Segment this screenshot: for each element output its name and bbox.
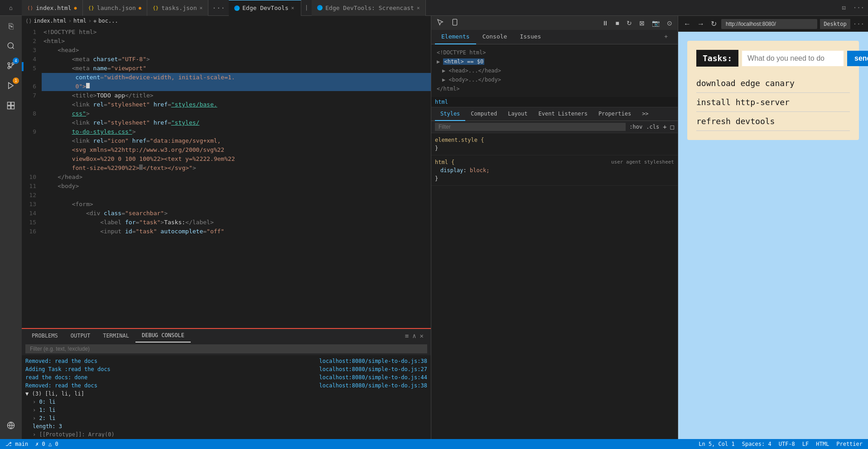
dom-head[interactable]: ▶ <head>...</head> (435, 66, 674, 75)
code-line-2: <html> (42, 37, 431, 46)
tab-terminal[interactable]: TERMINAL (96, 329, 135, 343)
code-lines[interactable]: <!DOCTYPE html> <html> <head> <meta char… (42, 26, 431, 328)
cursor-position[interactable]: Ln 5, Col 1 (699, 441, 734, 447)
nav-reload-btn[interactable]: ↻ (709, 19, 719, 29)
split-editor-icon[interactable]: ⊡ (838, 4, 849, 11)
collapse-icon[interactable]: ∧ (412, 332, 416, 339)
reload-btn[interactable]: ↻ (625, 19, 634, 28)
close-panel-icon[interactable]: ✕ (420, 332, 424, 339)
console-right: localhost:8080/simple-to-do.js:38 localh… (282, 357, 427, 437)
breadcrumb-part-3: boc... (98, 18, 118, 24)
tab-screencast[interactable]: Edge DevTools: Screencast ✕ (312, 0, 425, 16)
tab-close-icon[interactable]: ✕ (291, 5, 294, 11)
line-ending[interactable]: LF (802, 441, 809, 447)
code-line-11: <body> (42, 182, 431, 191)
formatter[interactable]: Prettier (836, 441, 863, 447)
stop-btn[interactable]: ■ (614, 19, 621, 28)
screencast-nav: ← → ↻ Desktop ··· (678, 16, 868, 32)
activity-icon-extensions[interactable] (5, 99, 17, 112)
properties-tab[interactable]: Properties (593, 107, 637, 121)
svg-rect-9 (11, 106, 14, 109)
tab-tasks-json[interactable]: {} tasks.json ✕ (147, 0, 208, 16)
more-nav-btn[interactable]: ··· (853, 20, 864, 28)
activity-icon-browser[interactable] (5, 419, 17, 432)
code-line-7b: css"> (42, 109, 431, 118)
devtools-toolbar: ⏸ ■ ↻ ⊠ 📷 ⊙ (431, 16, 678, 30)
layout-tab[interactable]: Layout (502, 107, 533, 121)
status-bar-right: Ln 5, Col 1 Spaces: 4 UTF-8 LF HTML Pret… (699, 441, 863, 447)
cast-btn[interactable]: ⊙ (665, 19, 674, 28)
element-style-rule: element.style { } (431, 133, 678, 155)
tab-edge-devtools[interactable]: Edge DevTools ✕ (229, 0, 301, 16)
breadcrumb-file-icon: ⟨⟩ (25, 18, 32, 24)
elements-tab[interactable]: Elements (435, 30, 476, 44)
encoding[interactable]: UTF-8 (779, 441, 795, 447)
json-file-icon: {} (153, 5, 159, 11)
run-debug-badge: 1 (13, 77, 19, 84)
add-rule-btn[interactable]: + (663, 123, 666, 130)
styles-tab[interactable]: Styles (435, 107, 465, 121)
errors-warnings[interactable]: ✗ 0 △ 0 (35, 441, 58, 447)
tab-output[interactable]: OUTPUT (64, 329, 96, 343)
hov-button[interactable]: :hov (629, 124, 642, 130)
console-tab[interactable]: Console (476, 30, 514, 44)
tab-bar: ⌂ ⟨⟩ index.html ● {} launch.json ● {} ta… (0, 0, 868, 16)
tab-debug-console[interactable]: DEBUG CONSOLE (135, 329, 191, 343)
more-styles-tabs[interactable]: >> (637, 107, 654, 121)
html-breadcrumb: html (431, 97, 678, 107)
code-editor[interactable]: 1 2 3 4 5 6 7 8 9 10 (22, 26, 431, 328)
activity-icon-explorer[interactable]: ⎘ (5, 19, 17, 32)
git-branch[interactable]: ⎇ main (5, 441, 28, 447)
list-view-icon[interactable]: ≡ (405, 332, 409, 339)
issues-tab[interactable]: Issues (513, 30, 547, 44)
svg-point-2 (8, 63, 10, 65)
device-selector[interactable]: Desktop (820, 19, 850, 29)
dom-body[interactable]: ▶ <body>...</body> (435, 75, 674, 84)
tab-close-icon[interactable]: ✕ (199, 5, 203, 11)
todo-task-input[interactable] (742, 51, 844, 66)
breadcrumb-part-2: html (73, 18, 87, 24)
code-line-12 (42, 191, 431, 200)
tab-problems[interactable]: PROBLEMS (25, 329, 64, 343)
pause-btn[interactable]: ⏸ (600, 19, 610, 28)
styles-filter-input[interactable] (435, 123, 626, 131)
breadcrumb: ⟨⟩ index.html › html › ◈ boc... (22, 16, 431, 26)
tab-more-button[interactable]: ··· (208, 4, 229, 12)
cls-button[interactable]: .cls (646, 124, 659, 130)
screenshot-btn[interactable]: 📷 (650, 19, 661, 28)
console-line-7: › 1: li (25, 406, 282, 414)
nav-url-input[interactable] (721, 19, 817, 29)
tab-close-icon[interactable]: ✕ (417, 5, 420, 11)
layout-btn[interactable]: □ (670, 123, 674, 130)
nav-forward-btn[interactable]: → (695, 19, 706, 29)
console-source-2: localhost:8080/simple-to-do.js:27 (282, 365, 427, 373)
code-line-5b: content="width=device-width, initial-sca… (42, 73, 431, 82)
device-emulation-btn[interactable] (449, 18, 460, 28)
editor-area: ⟨⟩ index.html › html › ◈ boc... 1 2 3 4 (22, 16, 431, 439)
responsive-btn[interactable]: ⊠ (637, 19, 646, 28)
todo-header: Tasks: send (696, 50, 850, 67)
computed-tab[interactable]: Computed (465, 107, 502, 121)
more-tabs-btn[interactable]: + (658, 30, 674, 44)
tab-launch-json[interactable]: {} launch.json ● (83, 0, 147, 16)
todo-send-btn[interactable]: send (847, 51, 868, 66)
nav-back-btn[interactable]: ← (682, 19, 693, 29)
console-line-4: Removed: read the docs (25, 381, 282, 390)
dom-html[interactable]: ▶ <html> == $0 (435, 57, 674, 66)
activity-icon-source-control[interactable]: 4 (5, 59, 17, 72)
tab-index-html[interactable]: ⟨⟩ index.html ● (22, 0, 83, 16)
event-listeners-tab[interactable]: Event Listeners (533, 107, 593, 121)
code-line-13: <form> (42, 200, 431, 209)
language-mode[interactable]: HTML (816, 441, 829, 447)
activity-icon-search[interactable] (5, 39, 17, 52)
activity-icon-run-debug[interactable]: 1 (5, 79, 17, 92)
inspect-element-btn[interactable] (435, 18, 446, 28)
tab-label: launch.json (97, 5, 136, 11)
indentation[interactable]: Spaces: 4 (742, 441, 772, 447)
todo-item-1: download edge canary (696, 74, 850, 93)
more-actions-icon[interactable]: ··· (849, 4, 868, 11)
bottom-toolbar (22, 343, 431, 355)
console-line-10: › [[Prototype]]: Array(0) (25, 430, 282, 437)
debug-filter-input[interactable] (25, 344, 427, 353)
code-line-5: <meta name="viewport" (42, 64, 431, 73)
